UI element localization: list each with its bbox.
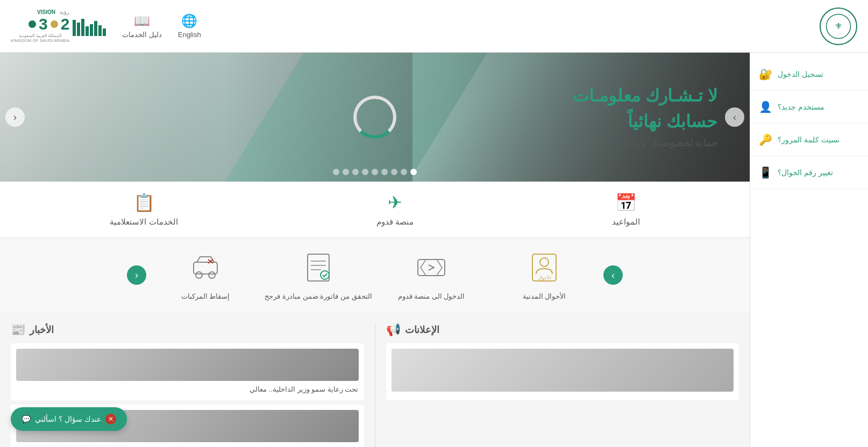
sidebar-forgot-password-label: نسيت كلمة المرور؟	[778, 135, 839, 144]
content-area: لا تـشـارك معلومـات حسابك نهائياً حماية …	[0, 53, 750, 447]
loading-spinner	[353, 96, 396, 139]
globe-icon: 🌐	[181, 13, 197, 28]
arrival-platform-label: منصة قدوم	[376, 217, 414, 227]
sidebar-new-user-label: مستخدم جديد؟	[778, 103, 824, 111]
quick-link-inquiry-services[interactable]: 📋 الخدمات الاستعلامية	[110, 192, 177, 227]
services-row: › الأحوال الأحوال المدنية	[11, 249, 739, 301]
inquiry-services-label: الخدمات الاستعلامية	[110, 217, 177, 227]
quick-links-bar: 📅 المواعيد ✈ منصة قدوم 📋 الخدمات الاستعل…	[0, 182, 750, 238]
services-section: › الأحوال الأحوال المدنية	[0, 238, 750, 312]
sidebar-item-new-user[interactable]: مستخدم جديد؟ 👤	[750, 91, 868, 124]
news-item-0[interactable]: تحت رعاية سمو وزير الداخلية.. معالي	[11, 343, 364, 400]
vision-year: 2 3	[11, 15, 69, 33]
banner-dot-8[interactable]	[333, 169, 339, 175]
appointments-icon: 📅	[615, 192, 637, 213]
svg-point-10	[321, 271, 329, 279]
banner-subtitle: حماية لخصوصيتك وبياناتك	[573, 137, 717, 149]
new-user-icon: 👤	[759, 100, 772, 113]
announcements-section: الإعلانات 📢	[386, 323, 739, 447]
services-prev-icon: ‹	[135, 270, 138, 281]
banner-dot-7[interactable]	[343, 169, 349, 175]
ministry-logo: ⚜	[820, 8, 857, 45]
news-image-0	[16, 349, 359, 381]
banner-dot-2[interactable]	[391, 169, 397, 175]
chat-close-icon: ✕	[108, 415, 113, 423]
forgot-password-icon: 🔑	[759, 133, 772, 146]
vehicle-scrapping-icon	[187, 249, 224, 286]
inquiry-services-icon: 📋	[133, 192, 155, 213]
banner-text-block: لا تـشـارك معلومـات حسابك نهائياً حماية …	[573, 85, 717, 149]
arrival-platform-icon: ✈	[388, 192, 402, 213]
ksa-label: المملكة العربية السعودية KINGDOM OF SAUD…	[11, 33, 69, 43]
banner-dot-0[interactable]	[410, 169, 417, 175]
banner-dot-4[interactable]	[372, 169, 378, 175]
bill-check-label: التحقق من فاتورة ضمن مبادرة فرجح	[265, 292, 372, 301]
sidebar-login-label: تسجيل الدخول	[778, 70, 823, 78]
service-item-arrival-login[interactable]: الدخول الى منصة قدوم	[378, 249, 485, 301]
next-arrow-icon: ‹	[13, 112, 17, 123]
bill-check-icon	[300, 249, 337, 286]
service-item-civil-status[interactable]: الأحوال الأحوال المدنية	[490, 249, 598, 301]
banner-dot-1[interactable]	[401, 169, 407, 175]
vision-label: رؤية VISION	[11, 9, 69, 15]
vision-2030-logo: رؤية VISION 2 3 المملكة العربية السعودية…	[11, 9, 106, 43]
services-prev-btn[interactable]: ‹	[127, 265, 146, 285]
header-nav: 🌐 English 📖 دليل الخدمات	[11, 9, 201, 43]
login-icon: 🔐	[759, 68, 772, 81]
book-icon: 📖	[134, 13, 150, 28]
news-title: الأخبار	[30, 324, 54, 336]
quick-link-appointments[interactable]: 📅 المواعيد	[612, 192, 640, 227]
sidebar: تسجيل الدخول 🔐 مستخدم جديد؟ 👤 نسيت كلمة …	[750, 53, 868, 447]
english-toggle[interactable]: 🌐 English	[178, 13, 201, 39]
services-guide-label: دليل الخدمات	[122, 31, 162, 39]
banner-dot-5[interactable]	[362, 169, 368, 175]
services-guide-link[interactable]: 📖 دليل الخدمات	[122, 13, 162, 39]
chat-icon: 💬	[22, 415, 31, 423]
services-next-btn[interactable]: ›	[603, 265, 623, 285]
banner-prev-btn[interactable]: ›	[725, 107, 744, 127]
sidebar-change-mobile-label: تغيير رقم الجوال؟	[778, 168, 833, 177]
service-item-vehicle-scrapping[interactable]: إسقاط المركبات	[152, 249, 259, 301]
banner-next-btn[interactable]: ‹	[5, 107, 25, 127]
chat-label: عندك سؤال ؟ اسألني	[35, 415, 101, 423]
announcements-title: الإعلانات	[405, 324, 439, 336]
chat-close-btn[interactable]: ✕	[105, 414, 116, 424]
sidebar-item-login[interactable]: تسجيل الدخول 🔐	[750, 58, 868, 91]
service-item-bill-check[interactable]: التحقق من فاتورة ضمن مبادرة فرجح	[265, 249, 372, 301]
svg-point-12	[196, 272, 202, 278]
change-mobile-icon: 📱	[759, 166, 772, 179]
header-logo-area: ⚜	[820, 8, 857, 45]
svg-text:⚜: ⚜	[835, 21, 842, 31]
svg-point-3	[540, 258, 549, 266]
promo-image	[392, 349, 734, 392]
banner-dot-6[interactable]	[352, 169, 359, 175]
spinner-circle	[353, 96, 396, 139]
svg-text:الأحوال: الأحوال	[538, 275, 551, 280]
vision-bars	[73, 17, 106, 36]
news-text-0: تحت رعاية سمو وزير الداخلية.. معالي	[250, 385, 358, 393]
banner-title-line2: حسابك نهائياً	[573, 111, 717, 132]
svg-rect-5	[418, 259, 445, 276]
banner-title-line1: لا تـشـارك معلومـات	[573, 85, 717, 106]
appointments-label: المواعيد	[612, 217, 640, 227]
section-divider	[375, 323, 375, 447]
quick-link-arrival-platform[interactable]: ✈ منصة قدوم	[376, 192, 414, 227]
announcements-header: الإعلانات 📢	[386, 323, 739, 337]
banner-dot-3[interactable]	[381, 169, 388, 175]
banner-dots	[333, 169, 417, 175]
vehicle-scrapping-label: إسقاط المركبات	[181, 292, 230, 301]
civil-status-icon: الأحوال	[525, 249, 563, 286]
sidebar-item-change-mobile[interactable]: تغيير رقم الجوال؟ 📱	[750, 156, 868, 189]
news-header: الأخبار 📰	[11, 323, 364, 337]
sidebar-item-forgot-password[interactable]: نسيت كلمة المرور؟ 🔑	[750, 124, 868, 156]
arrival-login-label: الدخول الى منصة قدوم	[398, 292, 465, 301]
english-label: English	[178, 31, 201, 39]
svg-rect-6	[308, 254, 329, 281]
main-container: تسجيل الدخول 🔐 مستخدم جديد؟ 👤 نسيت كلمة …	[0, 53, 868, 447]
prev-arrow-icon: ›	[733, 112, 736, 123]
header: ⚜ 🌐 English 📖 دليل الخدمات	[0, 0, 868, 53]
svg-point-13	[209, 272, 215, 278]
chat-button[interactable]: ✕ عندك سؤال ؟ اسألني 💬	[11, 407, 127, 431]
arrival-login-icon	[412, 249, 450, 286]
promo-item-0[interactable]	[386, 343, 739, 400]
